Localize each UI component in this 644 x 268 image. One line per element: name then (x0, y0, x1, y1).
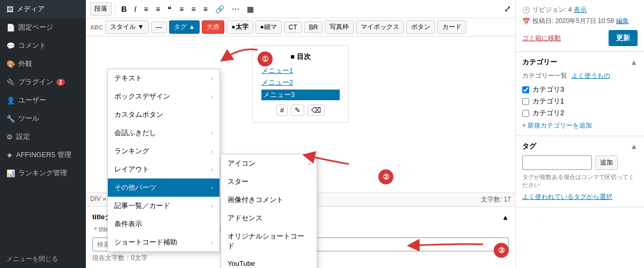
toc-link-2[interactable]: メニュー2 (261, 78, 340, 87)
annotation-2: ② (378, 169, 393, 184)
fullscreen-button[interactable]: ⤢ (504, 4, 511, 14)
appearance-icon: 🎨 (6, 60, 15, 68)
affinger-icon: ★ (6, 151, 13, 159)
categories-collapse-icon[interactable]: ▲ (630, 58, 638, 66)
category-item-1: カテゴリ1 (522, 96, 638, 106)
tag-hint: タグが複数ある場合はコンマで区切ってください (522, 173, 638, 189)
sidebar: 🖼 メディア 📄 固定ページ 💬 コメント 🎨 外観 🔌 プラグイン 2 👤 ユ… (0, 0, 86, 268)
dropdown-layout[interactable]: レイアウト › (108, 160, 219, 178)
link-button[interactable]: 🔗 (213, 3, 227, 15)
edit-date-link[interactable]: 編集 (616, 17, 629, 26)
tools-icon: 🔧 (6, 115, 15, 123)
sidebar-item-comments[interactable]: 💬 コメント (0, 36, 86, 55)
align-right-button[interactable]: ≡ (201, 3, 210, 15)
dash-button[interactable]: — (151, 21, 167, 33)
category-item-3: カテゴリ3 (522, 85, 638, 94)
list-ul-button[interactable]: ≡ (141, 3, 151, 15)
dropdown-boxdesign[interactable]: ボックスデザイン › (108, 87, 219, 106)
tags-collapse-icon[interactable]: ▲ (630, 142, 638, 151)
btn-button[interactable]: ボタン (406, 20, 435, 34)
rs-revision: 🕐 リビジョン: 4 表示 (522, 5, 638, 14)
submenu-star-label: スター (228, 177, 248, 187)
ct-button[interactable]: CT (284, 21, 302, 33)
align-left-button[interactable]: ≡ (177, 3, 186, 15)
submenu-icon[interactable]: アイコン › (221, 154, 317, 173)
sidebar-item-plugins[interactable]: 🔌 プラグイン 2 (0, 73, 86, 91)
dropdown-custombutton[interactable]: カスタムボタン (108, 106, 219, 124)
chevron-right-icon5: › (211, 167, 213, 173)
category-item-2: カテゴリ2 (522, 108, 638, 118)
blockquote-button[interactable]: ❝ (165, 3, 174, 15)
tag-input[interactable] (522, 155, 592, 170)
category-3-checkbox[interactable] (522, 86, 529, 93)
chevron-right-icon2: › (211, 94, 213, 100)
right-sidebar: 🕐 リビジョン: 4 表示 📅 投稿日: 2020年5月7日 10:58 編集 … (515, 0, 644, 268)
ranking-icon: 📊 (6, 169, 15, 177)
chevron-right-icon4: › (211, 148, 213, 154)
pages-icon: 📄 (6, 24, 15, 32)
close-menu[interactable]: メニューを閉じる (0, 250, 86, 268)
tags-header: タグ ▲ (522, 142, 638, 151)
paragraph-select[interactable]: 段落 (90, 2, 112, 16)
dropdown-ranking[interactable]: ランキング › (108, 142, 219, 160)
category-1-checkbox[interactable] (522, 98, 529, 105)
tag-button[interactable]: タグ ▲ (169, 20, 200, 34)
submenu-icon-label: アイコン (228, 159, 255, 168)
sidebar-item-pages[interactable]: 📄 固定ページ (0, 18, 86, 36)
dropdown-balloon[interactable]: 会話ふきだし › (108, 124, 219, 142)
tab-common-categories[interactable]: よく使うもの (572, 71, 610, 80)
submenu-star[interactable]: スター (221, 173, 317, 191)
sidebar-item-tools[interactable]: 🔧 ツール (0, 109, 86, 128)
sidebar-item-settings[interactable]: ⚙ 設定 (0, 128, 86, 146)
toc-hash-btn[interactable]: # (276, 105, 288, 116)
dropdown-ranking-label: ランキング (114, 146, 149, 156)
category-2-checkbox[interactable] (522, 110, 529, 117)
small-button[interactable]: ●細マ (255, 20, 282, 34)
card-button[interactable]: カード (437, 20, 466, 34)
italic-button[interactable]: I (131, 3, 139, 15)
annotation-1: ① (258, 51, 273, 66)
revision-link[interactable]: 表示 (574, 5, 587, 14)
submenu-image-comment[interactable]: 画像付きコメント (221, 191, 317, 192)
toc-link-3[interactable]: メニュー3 (261, 90, 340, 100)
dropdown-other-parts[interactable]: その他パーツ › (108, 178, 219, 192)
toc-link-1[interactable]: メニュー1 (261, 66, 340, 76)
clock-icon: 🕐 (522, 6, 530, 14)
tag-add-button[interactable]: 追加 (595, 155, 618, 170)
sidebar-item-ranking[interactable]: 📊 ランキング管理 (0, 164, 86, 182)
sidebar-item-appearance[interactable]: 🎨 外観 (0, 55, 86, 73)
abc-label: ABC (90, 24, 103, 31)
add-category-link[interactable]: 新規カテゴリーを追加 (522, 122, 592, 129)
mybox-button[interactable]: マイボックス (356, 20, 404, 34)
more-button[interactable]: ⋯ (229, 3, 242, 15)
sidebar-item-media[interactable]: 🖼 メディア (0, 0, 86, 18)
sidebar-item-users[interactable]: 👤 ユーザー (0, 91, 86, 109)
photo-button[interactable]: 写真枠 (325, 20, 354, 34)
trash-button[interactable]: ゴミ箱に移動 (522, 34, 561, 43)
list-ol-button[interactable]: ≡ (153, 3, 163, 15)
align-center-button[interactable]: ≡ (189, 3, 199, 15)
categories-header: カテゴリー ▲ (522, 57, 638, 67)
toolbar-second: ABC スタイル ▼ — タグ ▲ 大赤 ●太字 ●細マ CT BR 写真枠 マ… (86, 18, 515, 36)
chevron-right-icon3: › (211, 130, 213, 136)
bold-tag-button[interactable]: ●太字 (226, 20, 253, 34)
toc-title: ■ 目次 (261, 52, 340, 62)
tab-all-categories[interactable]: カテゴリー一覧 (522, 71, 567, 80)
sep1 (115, 4, 115, 14)
bold-button[interactable]: B (119, 3, 129, 15)
tag-cloud-link[interactable]: よく使われているタグから選択 (522, 193, 612, 200)
dropdown-boxdesign-label: ボックスデザイン (114, 92, 170, 101)
title-section-collapse[interactable]: ▲ (502, 213, 509, 221)
table-button[interactable]: ▦ (244, 3, 257, 15)
br-button[interactable]: BR (304, 21, 323, 33)
chevron-right-icon6: › (211, 185, 213, 191)
toc-edit-btn[interactable]: ✎ (291, 105, 304, 116)
calendar-icon: 📅 (522, 18, 530, 25)
big-red-button[interactable]: 大赤 (202, 20, 224, 34)
comments-icon: 💬 (6, 42, 15, 50)
style-button[interactable]: スタイル ▼ (105, 20, 149, 34)
sidebar-item-affinger[interactable]: ★ AFFINGER5 管理 (0, 146, 86, 164)
dropdown-text[interactable]: テキスト › (108, 69, 219, 87)
toc-delete-btn[interactable]: ⌫ (308, 105, 325, 116)
update-button[interactable]: 更新 (609, 30, 638, 46)
